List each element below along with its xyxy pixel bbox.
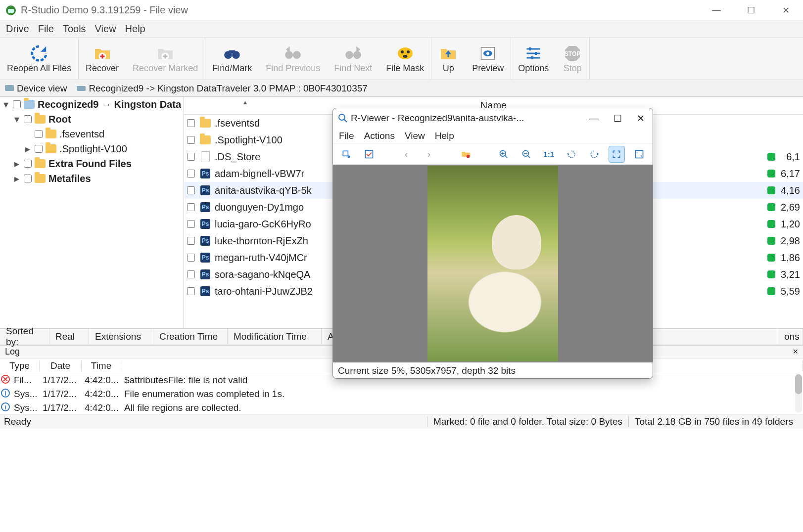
viewer-zoom-out-button[interactable] — [518, 146, 535, 163]
photoshop-icon: Ps — [200, 252, 211, 263]
log-col-time[interactable]: Time — [82, 360, 121, 371]
log-close-button[interactable]: × — [793, 347, 798, 357]
viewer-canvas[interactable] — [333, 165, 653, 362]
folder-up-icon — [438, 44, 458, 63]
sort-extensions[interactable]: Extensions — [89, 329, 153, 345]
recover-button[interactable]: Recover — [79, 38, 126, 80]
sort-creation-time[interactable]: Creation Time — [153, 329, 228, 345]
viewer-zoom-actual-button[interactable]: 1:1 — [540, 146, 557, 163]
folder-icon — [46, 144, 56, 153]
menu-file[interactable]: File — [38, 23, 54, 35]
viewer-menu-view[interactable]: View — [405, 131, 425, 141]
file-size: 3,21 — [778, 269, 803, 280]
sliders-icon — [523, 44, 543, 63]
file-checkbox[interactable] — [187, 270, 195, 278]
viewer-pin-button[interactable] — [338, 146, 355, 163]
tree-checkbox[interactable] — [13, 100, 21, 108]
minimize-button[interactable]: — — [709, 5, 724, 16]
viewer-maximize-button[interactable]: ☐ — [614, 113, 622, 124]
log-col-type[interactable]: Type — [0, 360, 40, 371]
file-checkbox[interactable] — [187, 186, 195, 194]
photoshop-icon: Ps — [200, 286, 211, 297]
file-checkbox[interactable] — [187, 153, 195, 161]
viewer-titlebar[interactable]: R-Viewer - Recognized9\anita-austvika-..… — [333, 108, 653, 128]
device-icon — [5, 85, 14, 92]
viewer-minimize-button[interactable]: — — [589, 113, 599, 124]
tree-checkbox[interactable] — [24, 115, 32, 123]
file-checkbox[interactable] — [187, 287, 195, 295]
find-next-button[interactable]: Find Next — [327, 38, 379, 80]
viewer-check-button[interactable] — [361, 146, 378, 163]
log-scrollbar[interactable] — [795, 374, 802, 413]
reopen-button[interactable]: Reopen All Files — [0, 38, 78, 80]
file-checkbox[interactable] — [187, 237, 195, 245]
menu-help[interactable]: Help — [125, 23, 145, 35]
tree-label: Root — [48, 114, 71, 125]
svg-point-13 — [407, 50, 410, 53]
status-ready: Ready — [4, 416, 31, 427]
drive-icon — [77, 85, 86, 92]
viewer-zoom-in-button[interactable] — [495, 146, 512, 163]
tree-row[interactable]: ▸Extra Found Files — [0, 156, 184, 171]
file-mask-button[interactable]: File Mask — [379, 38, 431, 80]
tree-row[interactable]: ▸Metafiles — [0, 171, 184, 186]
viewer-menu-help[interactable]: Help — [435, 131, 454, 141]
file-checkbox[interactable] — [187, 119, 195, 127]
expander-icon[interactable]: ▾ — [2, 98, 10, 110]
file-checkbox[interactable] — [187, 136, 195, 144]
log-row[interactable]: iSys...1/17/2...4:42:0...File enumeratio… — [0, 387, 803, 401]
preview-button[interactable]: Preview — [465, 38, 511, 80]
expander-icon[interactable]: ▾ — [13, 113, 21, 125]
tree-row[interactable]: ▸.Spotlight-V100 — [0, 141, 184, 156]
menu-tools[interactable]: Tools — [63, 23, 86, 35]
file-checkbox[interactable] — [187, 220, 195, 228]
folder-icon — [35, 174, 46, 183]
tree-checkbox[interactable] — [24, 175, 32, 182]
viewer-rotate-left-button[interactable] — [563, 146, 580, 163]
viewer-rotate-right-button[interactable] — [586, 146, 603, 163]
viewer-recover-button[interactable] — [458, 146, 475, 163]
tab-recognized[interactable]: Recognized9 -> Kingston DataTraveler 3.0… — [77, 83, 367, 94]
stop-button[interactable]: STOP Stop — [556, 38, 589, 80]
viewer-menu-actions[interactable]: Actions — [364, 131, 395, 141]
log-row[interactable]: iSys...1/17/2...4:42:0...All file region… — [0, 401, 803, 414]
svg-point-8 — [293, 51, 301, 59]
maximize-button[interactable]: ☐ — [744, 5, 758, 16]
viewer-fullscreen-button[interactable] — [631, 146, 648, 163]
folder-icon — [35, 115, 46, 124]
viewer-prev-button[interactable]: ‹ — [398, 146, 415, 163]
file-checkbox[interactable] — [187, 203, 195, 211]
close-button[interactable]: ✕ — [778, 5, 793, 16]
tree-row[interactable]: ▾Recognized9 → Kingston Data — [0, 97, 184, 112]
viewer-menu-file[interactable]: File — [339, 131, 354, 141]
log-col-date[interactable]: Date — [40, 360, 82, 371]
viewer-window[interactable]: R-Viewer - Recognized9\anita-austvika-..… — [332, 108, 653, 379]
sort-modification-time[interactable]: Modification Time — [228, 329, 322, 345]
tree-checkbox[interactable] — [24, 160, 32, 168]
sort-ons[interactable]: ons — [778, 329, 803, 345]
tree-row[interactable]: .fseventsd — [0, 127, 184, 141]
up-button[interactable]: Up — [431, 38, 465, 80]
viewer-fit-button[interactable] — [609, 146, 625, 163]
tab-device-view[interactable]: Device view — [5, 83, 67, 94]
expander-icon[interactable]: ▸ — [13, 158, 21, 170]
menu-drive[interactable]: Drive — [6, 23, 29, 35]
options-button[interactable]: Options — [511, 38, 556, 80]
recover-marked-button[interactable]: Recover Marked — [126, 38, 205, 80]
file-checkbox[interactable] — [187, 254, 195, 262]
recover-marked-icon — [155, 44, 175, 63]
viewer-next-button[interactable]: › — [421, 146, 437, 163]
tree-checkbox[interactable] — [35, 145, 43, 153]
sort-real[interactable]: Real — [49, 329, 89, 345]
viewer-close-button[interactable]: ✕ — [637, 113, 645, 124]
expander-icon[interactable]: ▸ — [13, 173, 21, 184]
find-previous-button[interactable]: Find Previous — [259, 38, 327, 80]
expander-icon[interactable]: ▸ — [24, 143, 32, 155]
find-mark-button[interactable]: Find/Mark — [205, 38, 259, 80]
tree-row[interactable]: ▾Root — [0, 112, 184, 127]
status-dot-icon — [767, 153, 775, 161]
menu-view[interactable]: View — [95, 23, 116, 35]
file-checkbox[interactable] — [187, 170, 195, 177]
file-icon — [200, 151, 211, 162]
tree-checkbox[interactable] — [35, 130, 43, 138]
